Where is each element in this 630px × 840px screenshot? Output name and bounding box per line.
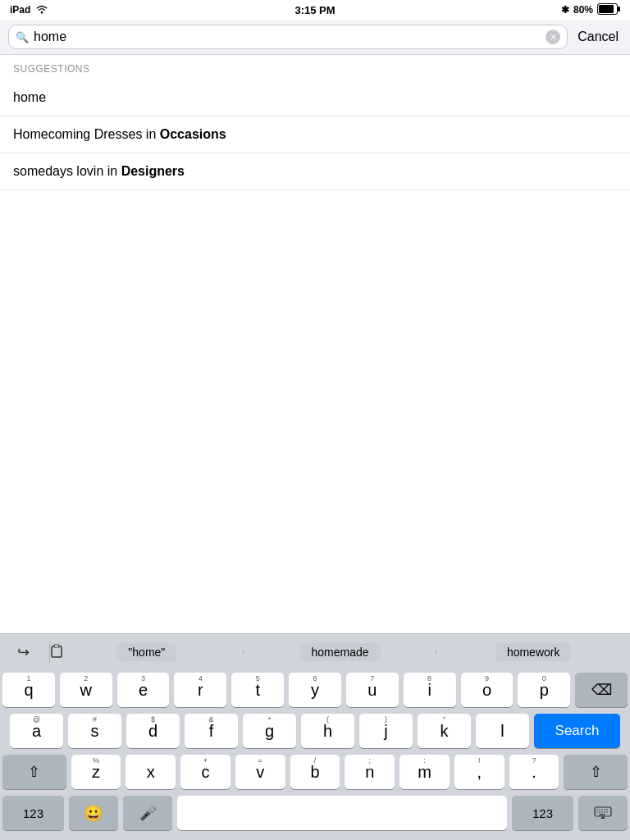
keyboard-row-4: 123 😀 🎤 123 — [2, 796, 628, 830]
time-display: 3:15 PM — [294, 4, 335, 16]
suggestion-prefix-2: somedays lovin in — [13, 164, 121, 178]
undo-redo-area: ↩ ↪ — [0, 640, 49, 664]
key-mic[interactable]: 🎤 — [123, 796, 172, 830]
key-g[interactable]: *g — [243, 714, 296, 748]
key-p[interactable]: 0p — [518, 673, 570, 707]
status-bar: iPad 3:15 PM ✱ 80% — [0, 0, 630, 20]
battery-icon — [597, 3, 620, 17]
key-l[interactable]: l — [476, 714, 529, 748]
key-n[interactable]: ;n — [345, 755, 395, 789]
suggestion-item[interactable]: home — [0, 80, 630, 116]
status-left: iPad — [10, 4, 48, 16]
key-s[interactable]: #s — [68, 714, 121, 748]
key-x[interactable]: x — [126, 755, 176, 789]
suggestions-section: SUGGESTIONS home Homecoming Dresses in O… — [0, 55, 630, 190]
key-b[interactable]: /b — [290, 755, 340, 789]
suggestion-bold: Occasions — [160, 127, 226, 141]
shift-button[interactable]: ⇧ — [2, 755, 66, 789]
key-delete[interactable]: ⌫ — [575, 673, 628, 707]
key-comma[interactable]: !, — [454, 755, 504, 789]
key-w[interactable]: 2w — [60, 673, 112, 707]
key-y[interactable]: 6y — [289, 673, 341, 707]
autocomplete-words: "home" homemade homework — [50, 643, 630, 661]
keyboard-row-1: 1q 2w 3e 4r 5t 6y 7u 8i 9o 0p ⌫ — [2, 673, 628, 707]
key-u[interactable]: 7u — [346, 673, 399, 707]
svg-rect-3 — [599, 5, 614, 13]
key-z[interactable]: %z — [71, 755, 121, 789]
key-t[interactable]: 5t — [231, 673, 284, 707]
key-keyboard[interactable] — [578, 796, 628, 830]
shift-icon-right: ⇧ — [590, 763, 602, 781]
key-period[interactable]: ?. — [509, 755, 559, 789]
key-c[interactable]: +c — [180, 755, 231, 789]
suggestion-prefix: Homecoming Dresses in — [13, 127, 160, 141]
bluetooth-icon: ✱ — [561, 4, 569, 16]
keyboard-row-2: @a #s $d &f *g (h )j "k l Search — [2, 714, 628, 748]
keyboard-row-3: ⇧ %z x +c =v /b ;n :m !, ?. ⇧ — [2, 755, 628, 789]
key-space[interactable] — [177, 796, 507, 830]
search-input[interactable] — [34, 30, 541, 44]
clear-button[interactable]: ✕ — [546, 30, 560, 44]
key-m[interactable]: :m — [399, 755, 450, 789]
key-h[interactable]: (h — [301, 714, 354, 748]
delete-icon: ⌫ — [591, 681, 612, 699]
key-emoji[interactable]: 😀 — [69, 796, 118, 830]
search-input-wrapper[interactable]: 🔍 ✕ — [8, 25, 568, 49]
autocomplete-word-3[interactable]: homework — [436, 643, 630, 661]
autocomplete-word-1[interactable]: "home" — [50, 643, 244, 661]
autocomplete-word-2[interactable]: homemade — [244, 643, 437, 661]
key-d[interactable]: $d — [126, 714, 180, 748]
status-right: ✱ 80% — [561, 3, 620, 17]
key-rows: 1q 2w 3e 4r 5t 6y 7u 8i 9o 0p ⌫ @a #s $d… — [0, 669, 630, 832]
key-123-left[interactable]: 123 — [2, 796, 64, 830]
suggestion-text: home — [13, 90, 46, 104]
autocomplete-bar: ↩ ↪ "home" homemade homework — [0, 633, 630, 669]
search-bar-container: 🔍 ✕ Cancel — [0, 20, 630, 55]
key-f[interactable]: &f — [185, 714, 238, 748]
search-button[interactable]: Search — [534, 714, 620, 748]
battery-percent: 80% — [573, 4, 593, 16]
wifi-icon — [35, 4, 48, 16]
shift-button-right[interactable]: ⇧ — [564, 755, 628, 789]
suggestion-item-somedays[interactable]: somedays lovin in Designers — [0, 153, 630, 190]
key-e[interactable]: 3e — [117, 673, 170, 707]
svg-point-0 — [41, 11, 43, 13]
key-123-right[interactable]: 123 — [512, 796, 573, 830]
key-i[interactable]: 8i — [404, 673, 456, 707]
suggestion-item-homecoming[interactable]: Homecoming Dresses in Occasions — [0, 116, 630, 153]
key-r[interactable]: 4r — [174, 673, 226, 707]
shift-icon: ⇧ — [28, 763, 40, 781]
cancel-button[interactable]: Cancel — [574, 30, 622, 44]
undo-button[interactable]: ↩ — [0, 640, 2, 664]
key-v[interactable]: =v — [235, 755, 285, 789]
key-o[interactable]: 9o — [461, 673, 514, 707]
key-j[interactable]: )j — [359, 714, 413, 748]
key-k[interactable]: "k — [418, 714, 471, 748]
key-a[interactable]: @a — [10, 714, 63, 748]
suggestion-bold-2: Designers — [121, 164, 185, 178]
suggestions-header: SUGGESTIONS — [0, 55, 630, 80]
bottom-bar — [0, 832, 630, 840]
key-q[interactable]: 1q — [2, 673, 55, 707]
redo-button[interactable]: ↪ — [12, 640, 34, 664]
keyboard: ↩ ↪ "home" homemade homework — [0, 633, 630, 840]
svg-rect-2 — [618, 7, 620, 11]
search-icon: 🔍 — [16, 31, 29, 43]
ipad-label: iPad — [10, 4, 30, 16]
